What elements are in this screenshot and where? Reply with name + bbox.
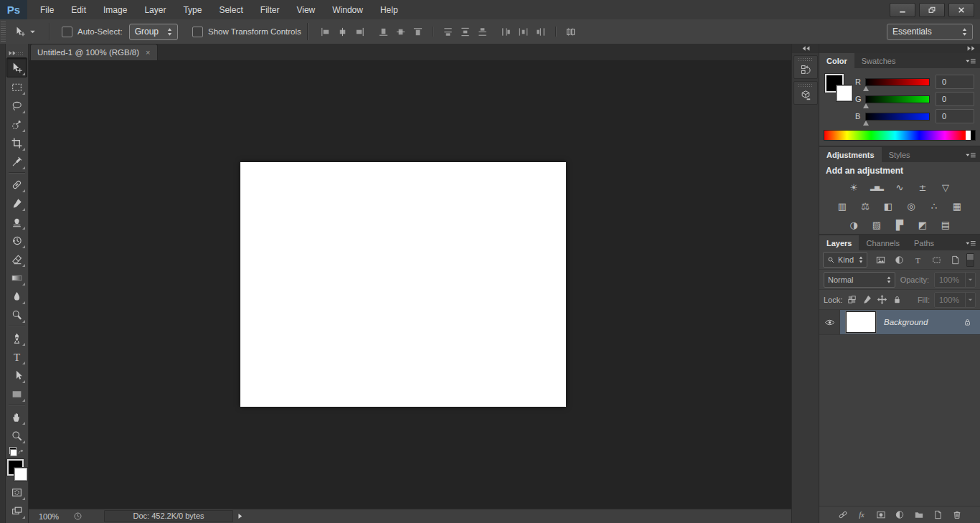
tab-layers[interactable]: Layers [819, 235, 859, 250]
history-panel-button[interactable] [793, 55, 818, 79]
blur-tool[interactable] [7, 287, 27, 306]
hand-tool[interactable] [7, 407, 27, 426]
menu-edit[interactable]: Edit [62, 0, 95, 19]
lock-all-icon[interactable] [892, 294, 903, 305]
black-and-white-adjustment-icon[interactable]: ◧ [880, 199, 896, 212]
opacity-dropdown[interactable]: 100% [934, 272, 976, 288]
photo-filter-adjustment-icon[interactable]: ◎ [903, 199, 919, 212]
curves-adjustment-icon[interactable]: ∿ [892, 181, 908, 194]
toolbar-expand-button[interactable] [6, 44, 28, 52]
g-slider-thumb[interactable] [863, 103, 869, 108]
swap-colors-icon[interactable] [17, 448, 24, 456]
lock-transparent-pixels-icon[interactable] [847, 294, 857, 305]
gradient-tool[interactable] [7, 268, 27, 287]
vibrance-adjustment-icon[interactable]: ▽ [938, 181, 953, 194]
menu-image[interactable]: Image [95, 0, 136, 19]
filter-shape-layers-icon[interactable] [930, 255, 943, 265]
tool-preset-button[interactable] [7, 26, 43, 37]
lock-position-icon[interactable] [877, 294, 887, 305]
document-canvas[interactable] [240, 162, 566, 407]
filter-smart-objects-icon[interactable] [949, 255, 961, 265]
restore-button[interactable] [919, 3, 945, 17]
collapse-panels-button[interactable] [819, 44, 980, 53]
foreground-background-swatches[interactable] [6, 458, 28, 481]
layer-visibility-toggle[interactable] [819, 310, 840, 334]
align-horizontal-centers-button[interactable] [334, 23, 352, 40]
b-value-field[interactable]: 0 [936, 109, 974, 123]
align-left-edges-button[interactable] [317, 23, 334, 40]
menu-view[interactable]: View [288, 0, 324, 19]
distribute-right-edges-button[interactable] [532, 23, 550, 40]
blend-mode-dropdown[interactable]: Normal [824, 272, 895, 288]
zoom-tool[interactable] [7, 426, 27, 445]
color-lookup-adjustment-icon[interactable]: ▦ [949, 199, 965, 212]
layer-row-body[interactable]: Background [840, 310, 980, 334]
tab-styles[interactable]: Styles [882, 147, 918, 162]
color-panel-menu-button[interactable] [961, 53, 980, 68]
tab-channels[interactable]: Channels [859, 235, 906, 250]
tab-swatches[interactable]: Swatches [854, 53, 903, 68]
lock-image-pixels-icon[interactable] [862, 294, 872, 305]
new-layer-button[interactable] [932, 509, 943, 520]
filter-pixel-layers-icon[interactable] [875, 255, 887, 265]
color-balance-adjustment-icon[interactable]: ⚖ [857, 199, 873, 212]
levels-adjustment-icon[interactable]: ▂▅▂ [869, 181, 885, 194]
filter-adjustment-layers-icon[interactable] [893, 255, 905, 265]
kind-filter-dropdown[interactable]: Kind [823, 252, 867, 268]
eyedropper-tool[interactable] [7, 152, 27, 171]
menu-window[interactable]: Window [324, 0, 372, 19]
clone-stamp-tool[interactable] [7, 212, 27, 231]
layer-filtering-toggle[interactable] [966, 253, 974, 267]
layer-row[interactable]: Background [819, 310, 980, 335]
auto-select-dropdown[interactable]: Group [129, 24, 178, 40]
pen-tool[interactable] [7, 329, 27, 347]
distribute-horizontal-centers-button[interactable] [515, 23, 532, 40]
dodge-tool[interactable] [7, 306, 27, 324]
menu-type[interactable]: Type [174, 0, 210, 19]
menu-select[interactable]: Select [210, 0, 251, 19]
panel-color-swatches[interactable] [825, 74, 855, 105]
distribute-left-edges-button[interactable] [498, 23, 515, 40]
brush-tool[interactable] [7, 194, 27, 212]
default-colors-icon[interactable] [9, 447, 17, 456]
adjustments-panel-menu-button[interactable] [961, 147, 980, 162]
tab-adjustments[interactable]: Adjustments [819, 147, 882, 162]
delete-layer-button[interactable] [951, 509, 963, 520]
minimize-button[interactable] [890, 3, 915, 17]
quick-selection-tool[interactable] [7, 115, 27, 133]
screen-mode-button[interactable] [7, 501, 27, 520]
link-layers-button[interactable] [837, 509, 849, 520]
rectangular-marquee-tool[interactable] [7, 77, 27, 96]
status-clock-icon[interactable] [73, 512, 83, 521]
filter-type-layers-icon[interactable]: T [912, 255, 924, 265]
invert-adjustment-icon[interactable]: ◑ [846, 218, 862, 231]
document-size-field[interactable]: Doc: 452.2K/0 bytes [104, 510, 233, 522]
align-vertical-centers-button[interactable] [392, 23, 410, 40]
document-tab[interactable]: Untitled-1 @ 100% (RGB/8) × [30, 44, 158, 60]
tab-close-icon[interactable]: × [146, 48, 150, 57]
distribute-vertical-centers-button[interactable] [457, 23, 474, 40]
expand-panels-button[interactable] [792, 44, 819, 53]
properties-panel-button[interactable] [793, 81, 818, 105]
add-layer-mask-button[interactable] [875, 509, 887, 520]
align-bottom-edges-button[interactable] [375, 23, 392, 40]
rectangle-tool[interactable] [7, 385, 27, 403]
eraser-tool[interactable] [7, 250, 27, 268]
menu-filter[interactable]: Filter [252, 0, 288, 19]
auto-select-checkbox[interactable] [62, 27, 72, 37]
status-options-arrow-icon[interactable] [236, 512, 244, 520]
background-color-swatch[interactable] [14, 468, 27, 481]
r-slider-track[interactable] [865, 78, 930, 86]
b-slider-thumb[interactable] [863, 121, 869, 126]
distribute-top-edges-button[interactable] [474, 23, 491, 40]
align-top-edges-button[interactable] [410, 23, 427, 40]
selective-color-adjustment-icon[interactable]: ▤ [938, 218, 953, 231]
hue-saturation-adjustment-icon[interactable]: ▥ [834, 199, 850, 212]
layer-thumbnail[interactable] [846, 311, 876, 333]
menu-file[interactable]: File [32, 0, 62, 19]
canvas[interactable] [29, 60, 792, 509]
channel-mixer-adjustment-icon[interactable]: ∴ [926, 199, 942, 212]
tab-paths[interactable]: Paths [907, 235, 941, 250]
auto-align-layers-button[interactable] [562, 23, 580, 40]
fill-dropdown[interactable]: 100% [934, 292, 976, 308]
